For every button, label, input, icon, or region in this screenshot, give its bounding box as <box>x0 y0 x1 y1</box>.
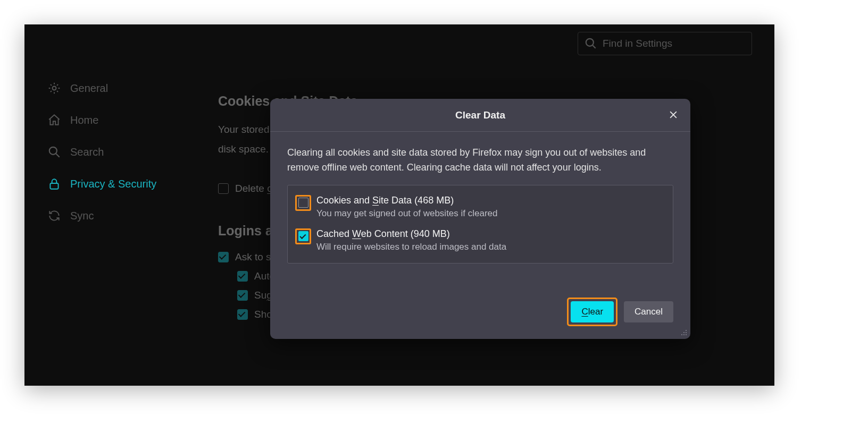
option-cache-sub: Will require websites to reload images a… <box>316 242 665 252</box>
search-icon <box>583 36 598 51</box>
option-cookies-sub: You may get signed out of websites if cl… <box>316 208 665 219</box>
svg-point-3 <box>49 147 57 155</box>
gear-icon <box>47 81 62 96</box>
dialog-close-button[interactable] <box>665 106 682 123</box>
sidebar-item-label: Home <box>70 114 98 126</box>
sidebar: General Home Search Privacy & Security S… <box>47 81 206 223</box>
search-icon <box>47 144 62 159</box>
settings-search[interactable] <box>578 32 752 55</box>
svg-line-1 <box>592 45 595 48</box>
svg-point-10 <box>686 332 687 333</box>
option-cookies-highlight <box>295 195 311 211</box>
sidebar-item-privacy-security[interactable]: Privacy & Security <box>47 176 206 191</box>
sidebar-item-label: Sync <box>70 210 94 222</box>
option-cache-label: Cached Web Content (940 MB) <box>316 228 665 240</box>
sidebar-item-label: Search <box>70 146 104 158</box>
lock-icon <box>47 176 62 191</box>
dialog-description: Clearing all cookies and site data store… <box>287 146 673 175</box>
sidebar-item-label: General <box>70 82 108 95</box>
clear-button-highlight: Clear <box>567 298 617 326</box>
sidebar-item-sync[interactable]: Sync <box>47 208 206 223</box>
option-cache-checkbox[interactable] <box>298 231 308 241</box>
option-cookies-label: Cookies and Site Data (468 MB) <box>316 195 665 206</box>
ask-save-checkbox[interactable] <box>218 252 229 262</box>
option-cookies-site-data[interactable]: Cookies and Site Data (468 MB) You may g… <box>295 195 665 219</box>
delete-cookies-checkbox[interactable] <box>218 183 229 194</box>
dialog-footer: Clear Cancel <box>270 298 690 339</box>
sync-icon <box>47 208 62 223</box>
option-cached-web-content[interactable]: Cached Web Content (940 MB) Will require… <box>295 228 665 252</box>
dialog-title: Clear Data <box>455 109 505 121</box>
settings-search-input[interactable] <box>603 38 746 49</box>
cancel-button[interactable]: Cancel <box>624 301 673 322</box>
svg-line-4 <box>56 154 60 157</box>
autofill-checkbox[interactable] <box>237 271 248 282</box>
clear-button[interactable]: Clear <box>571 301 614 322</box>
resize-grip-icon[interactable] <box>680 328 688 337</box>
dialog-options-panel: Cookies and Site Data (468 MB) You may g… <box>287 185 673 264</box>
dialog-body: Clearing all cookies and site data store… <box>270 132 690 298</box>
sidebar-item-label: Privacy & Security <box>70 178 156 190</box>
clear-data-dialog: Clear Data Clearing all cookies and site… <box>270 99 690 339</box>
breach-alerts-checkbox[interactable] <box>237 309 248 320</box>
suggest-checkbox[interactable] <box>237 290 248 301</box>
sidebar-item-general[interactable]: General <box>47 81 206 96</box>
sidebar-item-search[interactable]: Search <box>47 144 206 159</box>
svg-rect-5 <box>50 183 58 189</box>
home-icon <box>47 113 62 128</box>
sidebar-item-home[interactable]: Home <box>47 113 206 128</box>
option-cookies-checkbox[interactable] <box>298 198 308 208</box>
svg-point-8 <box>686 330 687 331</box>
dialog-header: Clear Data <box>270 99 690 132</box>
svg-point-12 <box>683 334 685 335</box>
svg-point-13 <box>686 334 687 335</box>
svg-point-11 <box>681 334 682 335</box>
svg-point-0 <box>586 39 594 46</box>
option-cache-highlight <box>295 228 311 244</box>
svg-point-2 <box>53 87 56 90</box>
svg-point-9 <box>683 332 685 333</box>
